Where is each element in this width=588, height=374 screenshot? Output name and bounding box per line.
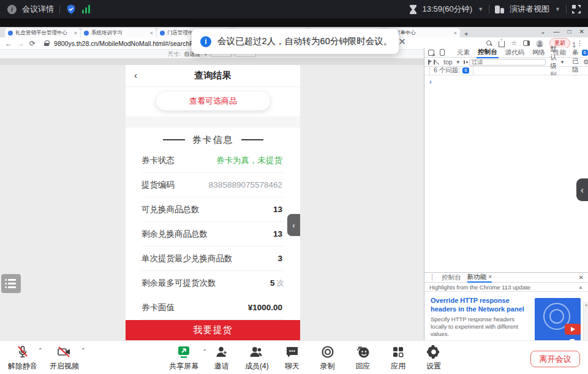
settings-button[interactable]: 设置 [421, 345, 446, 372]
page-viewport-area: ‹ 查询结果 查看可选商品 券卡信息 [0, 59, 424, 340]
record-button[interactable]: 录制 [315, 345, 340, 372]
field-row: 剩余最多可提货次数 5次 [141, 271, 284, 296]
context-caret-icon[interactable]: ▾ [457, 59, 460, 65]
meeting-topbar: i 会议详情 13:59(60分钟) ▼ 演讲者视图 ▼ [0, 0, 588, 18]
meeting-timer: 13:59(60分钟) [423, 4, 473, 15]
field-label: 单次提货最少兑换商品数 [141, 253, 233, 264]
side-panel-icon[interactable] [523, 40, 530, 46]
levels-caret-icon[interactable]: ▾ [561, 59, 564, 65]
invite-button[interactable]: 邀请 [209, 345, 234, 372]
field-row: 券卡状态 券卡为真，未提货 [141, 148, 284, 173]
drawer-tab-console[interactable]: 控制台 [442, 273, 461, 282]
drawer-tab-close-icon[interactable]: × [488, 273, 492, 280]
whatsnew-item: Override HTTP response headers in the Ne… [431, 297, 527, 338]
console-filter-input[interactable] [469, 59, 546, 66]
zoom-page-icon[interactable] [486, 40, 492, 47]
annotation-list-handle[interactable] [1, 274, 21, 293]
clear-console-icon[interactable] [434, 59, 435, 65]
console-settings-icon[interactable]: ⚙ [583, 58, 588, 66]
start-video-label: 开启视频 [50, 361, 79, 372]
meeting-info-icon[interactable]: i [7, 5, 17, 14]
field-label: 提货编码 [141, 180, 175, 191]
view-caret-icon[interactable]: ▼ [555, 6, 560, 12]
reactions-icon [355, 345, 371, 359]
browser-tab[interactable]: 礼盒营销平台管理中心 × [5, 28, 80, 37]
toast-close-icon[interactable]: ✕ [398, 36, 406, 47]
mobile-page: ‹ 查询结果 查看可选商品 券卡信息 [126, 65, 300, 340]
whatsnew-link[interactable]: Override HTTP response headers in the Ne… [431, 297, 527, 314]
window-close-icon[interactable]: ✕ [579, 28, 584, 35]
unmute-label: 解除静音 [8, 361, 37, 372]
bookmark-star-icon[interactable]: ☆ [511, 39, 517, 47]
chat-button[interactable]: 聊天 [280, 345, 304, 372]
share-screen-button[interactable]: 共享屏幕 ⌃ [169, 345, 198, 372]
reactions-button[interactable]: 回应 [351, 345, 375, 372]
back-chevron-icon[interactable]: ‹ [134, 70, 137, 80]
back-icon[interactable]: ← [5, 40, 12, 47]
whatsnew-header: Highlights from the Chrome 113 update ▲ [424, 283, 588, 292]
console-output[interactable]: › [424, 75, 588, 246]
apps-button[interactable]: 应用 [386, 345, 410, 372]
context-select[interactable]: top [443, 58, 453, 66]
encryption-shield-icon[interactable] [66, 4, 77, 15]
drawer-menu-icon[interactable]: ⋮ [429, 273, 435, 281]
drawer-close-icon[interactable]: ✕ [579, 274, 584, 281]
issues-count-badge: 6 [462, 67, 469, 74]
fullscreen-icon[interactable] [572, 5, 581, 13]
pickup-button[interactable]: 我要提货 [126, 320, 300, 340]
new-tab-button[interactable]: + [464, 30, 468, 37]
console-sidebar-icon[interactable] [428, 59, 429, 65]
devtools-tab[interactable]: 源代码 [504, 48, 526, 58]
leave-meeting-button[interactable]: 离开会议 [530, 351, 580, 367]
start-video-button[interactable]: 开启视频 ⌃ [44, 345, 85, 372]
window-menu-icon[interactable]: ⌄ [540, 28, 545, 35]
device-toolbar-icon[interactable] [440, 49, 445, 56]
field-label: 券卡面值 [141, 302, 175, 313]
window-minimize-icon[interactable]: — [554, 28, 560, 35]
forward-icon[interactable]: → [17, 40, 24, 47]
tab-close-icon[interactable]: × [74, 30, 77, 36]
field-value: 13 [273, 229, 282, 239]
meeting-toast: i 会议已超过2人，自动转为60分钟限时会议。 ✕ [192, 29, 399, 54]
members-button[interactable]: 成员(4) [244, 345, 269, 372]
devtools-tab[interactable]: 控制台 [477, 47, 499, 58]
console-prompt-icon: › [429, 78, 432, 85]
devtools-tab[interactable]: 元素 [456, 48, 471, 58]
tab-title: 礼盒营销平台管理中心 [15, 29, 72, 37]
issues-box[interactable]: 6 个问题: 6 [429, 66, 473, 76]
drawer-tab-whatsnew[interactable]: 新功能 × [467, 273, 492, 283]
view-mode-label[interactable]: 演讲者视图 [510, 4, 549, 15]
browser-tab[interactable]: 系统培训学习 × [81, 28, 156, 37]
reload-icon[interactable]: ⟳ [29, 40, 36, 47]
share-options-chevron-icon[interactable]: ⌃ [202, 348, 207, 354]
scroll-up-icon[interactable]: ▲ [578, 284, 583, 290]
window-maximize-icon[interactable]: □ [568, 28, 571, 35]
share-page-icon[interactable] [499, 41, 505, 47]
unmute-button[interactable]: 解除静音 ⌃ [2, 345, 43, 372]
view-products-button[interactable]: 查看可选商品 [156, 92, 270, 110]
field-row: 剩余兑换商品总数 13 [141, 222, 284, 246]
whatsnew-text: Specify HTTP response headers locally to… [431, 316, 527, 338]
meeting-details-label[interactable]: 会议详情 [22, 4, 54, 15]
profile-avatar[interactable] [536, 40, 543, 47]
field-label: 剩余兑换商品总数 [141, 229, 208, 240]
live-expression-icon[interactable] [464, 60, 465, 64]
sidebar-collapse-handle[interactable]: ‹ [576, 178, 588, 201]
devtools-tab[interactable]: 网络 [531, 48, 546, 58]
log-levels-select[interactable]: 默认级别 [550, 45, 557, 79]
action-zone: 查看可选商品 [126, 87, 300, 116]
invite-label: 邀请 [214, 361, 229, 372]
page-collapse-handle[interactable]: ‹ [287, 214, 300, 236]
toast-text: 会议已超过2人，自动转为60分钟限时会议。 [217, 36, 392, 47]
tab-favicon [84, 31, 89, 36]
video-options-chevron-icon[interactable]: ⌃ [81, 347, 86, 353]
inspect-element-icon[interactable] [428, 50, 434, 56]
timer-caret-icon[interactable]: ▼ [478, 6, 483, 12]
field-value: 5 [270, 278, 275, 288]
mic-options-chevron-icon[interactable]: ⌃ [38, 347, 43, 353]
tab-close-icon[interactable]: × [454, 30, 457, 36]
messages-badge[interactable]: 6 [582, 50, 588, 56]
tab-close-icon[interactable]: × [150, 30, 153, 36]
lock-icon[interactable] [44, 40, 49, 46]
issues-bar: 6 个问题: 6 [424, 67, 588, 75]
